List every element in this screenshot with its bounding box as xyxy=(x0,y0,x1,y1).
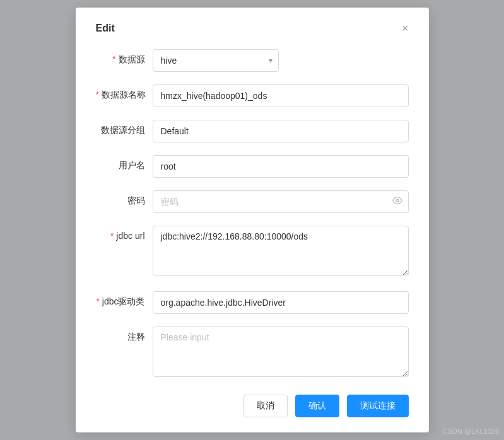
confirm-button[interactable]: 确认 xyxy=(295,395,339,417)
jdbc-url-row: jdbc url jdbc:hive2://192.168.88.80:1000… xyxy=(96,226,409,279)
eye-icon[interactable] xyxy=(392,195,402,208)
jdbc-driver-label: jdbc驱动类 xyxy=(96,291,153,308)
cancel-button[interactable]: 取消 xyxy=(243,395,288,417)
datasource-group-control xyxy=(153,120,409,142)
password-label: 密码 xyxy=(96,190,153,207)
watermark: CSDN @LKL1026 xyxy=(443,427,499,435)
datasource-select[interactable]: hive mysql postgresql xyxy=(153,49,279,72)
edit-modal: Edit × 数据源 hive mysql postgresql ▾ 数据源名称 xyxy=(76,8,429,432)
datasource-name-label: 数据源名称 xyxy=(96,84,153,101)
password-control xyxy=(153,190,409,213)
datasource-group-input[interactable] xyxy=(153,120,409,142)
modal-overlay: Edit × 数据源 hive mysql postgresql ▾ 数据源名称 xyxy=(0,0,504,440)
password-row: 密码 xyxy=(96,190,409,213)
datasource-group-label: 数据源分组 xyxy=(96,120,153,136)
datasource-row: 数据源 hive mysql postgresql ▾ xyxy=(96,49,409,72)
datasource-name-control xyxy=(153,84,409,107)
jdbc-url-label: jdbc url xyxy=(96,226,153,241)
password-input[interactable] xyxy=(153,190,409,213)
comment-control xyxy=(153,327,409,379)
comment-input[interactable] xyxy=(153,327,409,377)
jdbc-driver-row: jdbc驱动类 xyxy=(96,291,409,314)
jdbc-driver-control xyxy=(153,291,409,314)
datasource-name-row: 数据源名称 xyxy=(96,84,409,107)
comment-row: 注释 xyxy=(96,327,409,379)
jdbc-url-input[interactable]: jdbc:hive2://192.168.88.80:10000/ods xyxy=(153,226,409,276)
username-label: 用户名 xyxy=(96,155,153,171)
jdbc-url-control: jdbc:hive2://192.168.88.80:10000/ods xyxy=(153,226,409,279)
jdbc-driver-input[interactable] xyxy=(153,291,409,314)
datasource-control: hive mysql postgresql ▾ xyxy=(153,49,409,72)
datasource-group-row: 数据源分组 xyxy=(96,120,409,142)
username-row: 用户名 xyxy=(96,155,409,178)
modal-footer: 取消 确认 测试连接 xyxy=(96,395,409,417)
modal-header: Edit × xyxy=(96,23,409,34)
modal-title: Edit xyxy=(96,23,115,34)
datasource-select-wrap: hive mysql postgresql ▾ xyxy=(153,49,279,72)
username-control xyxy=(153,155,409,178)
comment-label: 注释 xyxy=(96,327,153,343)
svg-point-0 xyxy=(396,199,399,202)
username-input[interactable] xyxy=(153,155,409,178)
password-wrap xyxy=(153,190,409,213)
datasource-name-input[interactable] xyxy=(153,84,409,107)
test-connection-button[interactable]: 测试连接 xyxy=(347,395,409,417)
datasource-label: 数据源 xyxy=(96,49,153,66)
close-button[interactable]: × xyxy=(402,23,409,34)
